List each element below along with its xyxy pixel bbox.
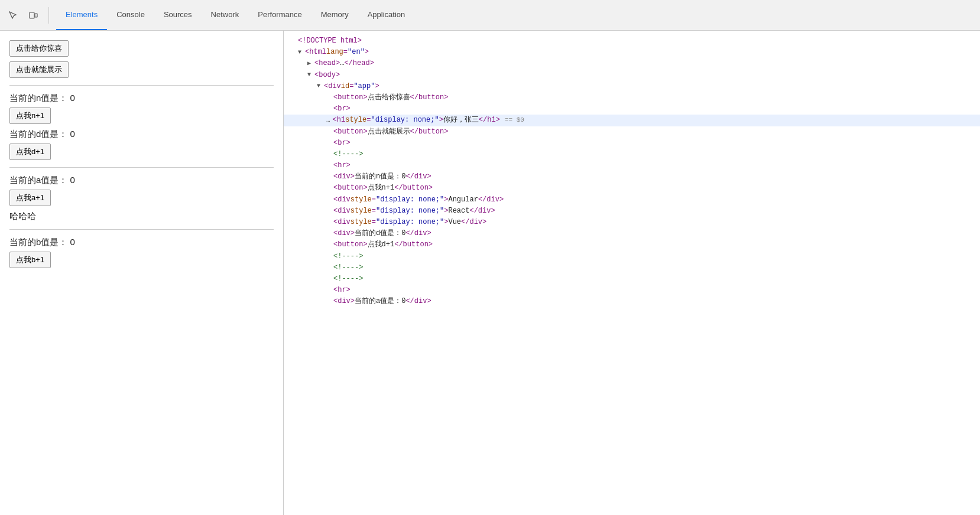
expand-head-icon[interactable]: ▶ bbox=[307, 59, 314, 69]
device-icon[interactable] bbox=[25, 7, 41, 24]
elements-panel: <!DOCTYPE html> ▼ <html lang="en"> ▶ <he… bbox=[284, 31, 980, 515]
divider-1 bbox=[9, 85, 274, 86]
btn-n-plus[interactable]: 点我n+1 bbox=[9, 107, 51, 124]
btn-d-plus[interactable]: 点我d+1 bbox=[9, 144, 51, 160]
tab-sources[interactable]: Sources bbox=[154, 0, 202, 30]
code-line-body[interactable]: ▼ <body> bbox=[284, 70, 980, 81]
tab-performance[interactable]: Performance bbox=[248, 0, 311, 30]
code-line-hr-1[interactable]: ▶ <hr> bbox=[284, 160, 980, 171]
code-line-comment-2[interactable]: ▶ <!----> bbox=[284, 251, 980, 262]
divider-2 bbox=[9, 167, 274, 168]
b-value-label: 当前的b值是： 0 bbox=[9, 237, 274, 248]
code-line-n-div[interactable]: ▶ <div>当前的n值是：0</div> bbox=[284, 171, 980, 182]
expand-icon[interactable]: ▼ bbox=[298, 48, 305, 57]
inspect-icon[interactable] bbox=[5, 7, 21, 24]
code-line-a-div[interactable]: ▶ <div>当前的a值是：0</div> bbox=[284, 296, 980, 307]
code-line-div-app[interactable]: ▼ <div id="app"> bbox=[284, 81, 980, 92]
code-line-btn-surprise[interactable]: ▶ <button>点击给你惊喜</button> bbox=[284, 92, 980, 103]
divider-3 bbox=[9, 229, 274, 230]
expand-body-icon[interactable]: ▼ bbox=[307, 70, 314, 80]
dots-icon[interactable]: … bbox=[326, 115, 330, 126]
code-line-vue[interactable]: ▶ <div style="display: none;">Vue</div> bbox=[284, 217, 980, 228]
code-line-btn-d[interactable]: ▶ <button>点我d+1</button> bbox=[284, 239, 980, 250]
code-line-react[interactable]: ▶ <div style="display: none;">React</div… bbox=[284, 206, 980, 217]
code-line-doctype[interactable]: <!DOCTYPE html> bbox=[284, 35, 980, 47]
a-value-label: 当前的a值是： 0 bbox=[9, 175, 274, 186]
tab-application[interactable]: Application bbox=[358, 0, 415, 30]
expand-app-icon[interactable]: ▼ bbox=[317, 82, 324, 91]
code-line-br-2[interactable]: ▶ <br> bbox=[284, 138, 980, 149]
dollar-zero: == $0 bbox=[505, 115, 524, 126]
code-line-btn-n[interactable]: ▶ <button>点我n+1</button> bbox=[284, 182, 980, 194]
devtools-toolbar: Elements Console Sources Network Perform… bbox=[0, 0, 980, 31]
code-line-comment-4[interactable]: ▶ <!----> bbox=[284, 273, 980, 285]
code-line-comment-1[interactable]: ▶ <!----> bbox=[284, 149, 980, 160]
code-line-d-div[interactable]: ▶ <div>当前的d值是：0</div> bbox=[284, 228, 980, 239]
code-line-head[interactable]: ▶ <head>…</head> bbox=[284, 58, 980, 69]
code-line-hr-2[interactable]: ▶ <hr> bbox=[284, 285, 980, 296]
app-panel: 点击给你惊喜 点击就能展示 当前的n值是： 0 点我n+1 当前的d值是： 0 … bbox=[0, 31, 284, 515]
btn-a-plus[interactable]: 点我a+1 bbox=[9, 190, 51, 206]
main-layout: 点击给你惊喜 点击就能展示 当前的n值是： 0 点我n+1 当前的d值是： 0 … bbox=[0, 31, 980, 515]
btn-surprise[interactable]: 点击给你惊喜 bbox=[9, 40, 69, 57]
devtools-icon-group bbox=[5, 7, 49, 24]
code-line-btn-show[interactable]: ▶ <button>点击就能展示</button> bbox=[284, 126, 980, 138]
btn-show[interactable]: 点击就能展示 bbox=[9, 61, 69, 78]
svg-rect-0 bbox=[30, 12, 34, 18]
svg-rect-1 bbox=[35, 14, 37, 17]
code-line-comment-3[interactable]: ▶ <!----> bbox=[284, 262, 980, 273]
tab-elements[interactable]: Elements bbox=[56, 0, 107, 30]
code-line-angular[interactable]: ▶ <div style="display: none;">Angular</d… bbox=[284, 194, 980, 206]
haha-text: 哈哈哈 bbox=[9, 211, 274, 222]
btn-b-plus[interactable]: 点我b+1 bbox=[9, 252, 51, 268]
n-value-label: 当前的n值是： 0 bbox=[9, 93, 274, 104]
tab-network[interactable]: Network bbox=[202, 0, 249, 30]
d-value-label: 当前的d值是： 0 bbox=[9, 129, 274, 140]
code-line-html[interactable]: ▼ <html lang="en"> bbox=[284, 47, 980, 58]
tab-memory[interactable]: Memory bbox=[311, 0, 358, 30]
code-line-h1[interactable]: … <h1 style="display: none;">你好，张三</h1> … bbox=[284, 115, 980, 126]
tab-console[interactable]: Console bbox=[107, 0, 154, 30]
devtools-tab-list: Elements Console Sources Network Perform… bbox=[56, 0, 414, 30]
code-line-br-1[interactable]: ▶ <br> bbox=[284, 103, 980, 115]
